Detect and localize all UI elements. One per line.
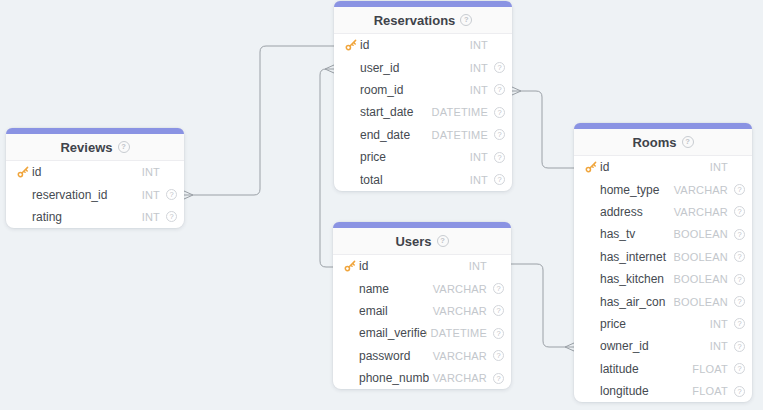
column-type: INT — [465, 260, 487, 272]
column-type: INT — [138, 166, 160, 178]
relationship-line[interactable] — [511, 264, 574, 347]
nullable-help-icon[interactable]: ? — [734, 274, 745, 285]
column-name: has_air_con — [600, 295, 669, 309]
column-row-start_date[interactable]: start_dateDATETIME? — [334, 101, 512, 123]
table-reviews[interactable]: Reviews ? idINT?reservation_idINT?rating… — [6, 128, 184, 228]
column-type: VARCHAR — [670, 206, 728, 218]
column-row-home_type[interactable]: home_typeVARCHAR? — [574, 178, 752, 200]
column-name: user_id — [360, 61, 466, 75]
nullable-help-icon[interactable]: ? — [494, 62, 505, 73]
column-name: name — [359, 282, 429, 296]
nullable-help-icon[interactable]: ? — [494, 129, 505, 140]
nullable-help-icon[interactable]: ? — [493, 305, 504, 316]
relationship-line[interactable] — [184, 46, 334, 195]
column-row-has_kitchen[interactable]: has_kitchenBOOLEAN? — [574, 268, 752, 290]
column-type: INT — [466, 174, 488, 186]
column-name: address — [600, 205, 670, 219]
column-row-id[interactable]: idINT? — [333, 255, 511, 277]
column-name: id — [32, 165, 138, 179]
table-header[interactable]: Reviews ? — [6, 134, 184, 161]
nullable-help-icon[interactable]: ? — [734, 341, 745, 352]
column-name: has_kitchen — [600, 272, 669, 286]
column-type: INT — [706, 318, 728, 330]
column-row-has_tv[interactable]: has_tvBOOLEAN? — [574, 223, 752, 245]
nullable-help-icon[interactable]: ? — [493, 350, 504, 361]
column-type: INT — [466, 84, 488, 96]
column-row-end_date[interactable]: end_dateDATETIME? — [334, 124, 512, 146]
nullable-help-icon[interactable]: ? — [166, 189, 177, 200]
relationship-line[interactable] — [320, 69, 334, 267]
nullable-help-icon[interactable]: ? — [494, 107, 505, 118]
column-row-address[interactable]: addressVARCHAR? — [574, 201, 752, 223]
column-type: FLOAT — [688, 363, 728, 375]
table-title: Users — [395, 234, 431, 249]
help-icon[interactable]: ? — [682, 136, 694, 148]
column-row-rating[interactable]: ratingINT? — [6, 206, 184, 228]
column-row-name[interactable]: nameVARCHAR? — [333, 277, 511, 299]
nullable-help-icon[interactable]: ? — [734, 296, 745, 307]
column-row-reservation_id[interactable]: reservation_idINT? — [6, 183, 184, 205]
column-type: VARCHAR — [429, 372, 487, 384]
nullable-help-icon[interactable]: ? — [734, 229, 745, 240]
column-type: BOOLEAN — [669, 273, 728, 285]
column-row-id[interactable]: idINT? — [6, 161, 184, 183]
column-row-total[interactable]: totalINT? — [334, 168, 512, 190]
nullable-help-icon[interactable]: ? — [493, 328, 504, 339]
column-name: id — [360, 38, 466, 52]
column-row-owner_id[interactable]: owner_idINT? — [574, 335, 752, 357]
column-row-room_id[interactable]: room_idINT? — [334, 79, 512, 101]
column-type: VARCHAR — [670, 184, 728, 196]
table-reservations[interactable]: Reservations ? idINT?user_idINT?room_idI… — [334, 1, 512, 191]
primary-key-icon — [17, 166, 32, 178]
column-name: price — [360, 150, 466, 164]
nullable-help-icon[interactable]: ? — [734, 386, 745, 397]
column-name: has_tv — [600, 227, 669, 241]
nullable-help-icon[interactable]: ? — [734, 184, 745, 195]
column-row-email_verified_[interactable]: email_verified_DATETIME? — [333, 322, 511, 344]
nullable-help-icon[interactable]: ? — [494, 84, 505, 95]
table-users[interactable]: Users ? idINT?nameVARCHAR?emailVARCHAR?e… — [333, 222, 511, 389]
column-name: latitude — [600, 362, 688, 376]
column-type: INT — [466, 39, 488, 51]
column-row-has_air_con[interactable]: has_air_conBOOLEAN? — [574, 290, 752, 312]
nullable-help-icon[interactable]: ? — [734, 318, 745, 329]
column-name: start_date — [360, 105, 428, 119]
help-icon[interactable]: ? — [460, 14, 472, 26]
column-name: has_internet — [600, 250, 669, 264]
column-type: BOOLEAN — [669, 296, 728, 308]
column-name: password — [359, 349, 429, 363]
help-icon[interactable]: ? — [118, 141, 130, 153]
column-type: BOOLEAN — [669, 228, 728, 240]
column-name: total — [360, 173, 466, 187]
column-name: email_verified_ — [359, 326, 427, 340]
column-row-user_id[interactable]: user_idINT? — [334, 56, 512, 78]
column-name: price — [600, 317, 706, 331]
column-row-price[interactable]: priceINT? — [334, 146, 512, 168]
column-row-has_internet[interactable]: has_internetBOOLEAN? — [574, 246, 752, 268]
nullable-help-icon[interactable]: ? — [493, 373, 504, 384]
nullable-help-icon[interactable]: ? — [494, 152, 505, 163]
nullable-help-icon[interactable]: ? — [734, 251, 745, 262]
nullable-help-icon[interactable]: ? — [493, 283, 504, 294]
nullable-help-icon[interactable]: ? — [166, 211, 177, 222]
column-row-email[interactable]: emailVARCHAR? — [333, 300, 511, 322]
column-row-price[interactable]: priceINT? — [574, 313, 752, 335]
column-row-phone_numbe[interactable]: phone_numbeVARCHAR? — [333, 367, 511, 389]
relationship-line[interactable] — [512, 91, 574, 168]
column-name: longitude — [600, 384, 688, 398]
table-header[interactable]: Users ? — [333, 228, 511, 255]
column-row-latitude[interactable]: latitudeFLOAT? — [574, 358, 752, 380]
column-row-id[interactable]: idINT? — [334, 34, 512, 56]
column-row-longitude[interactable]: longitudeFLOAT? — [574, 380, 752, 402]
table-header[interactable]: Rooms ? — [574, 129, 752, 156]
column-type: VARCHAR — [429, 305, 487, 317]
nullable-help-icon[interactable]: ? — [734, 206, 745, 217]
column-row-password[interactable]: passwordVARCHAR? — [333, 345, 511, 367]
column-name: rating — [32, 210, 138, 224]
nullable-help-icon[interactable]: ? — [494, 174, 505, 185]
table-rooms[interactable]: Rooms ? idINT?home_typeVARCHAR?addressVA… — [574, 123, 752, 402]
help-icon[interactable]: ? — [437, 235, 449, 247]
column-row-id[interactable]: idINT? — [574, 156, 752, 178]
nullable-help-icon[interactable]: ? — [734, 363, 745, 374]
table-header[interactable]: Reservations ? — [334, 7, 512, 34]
